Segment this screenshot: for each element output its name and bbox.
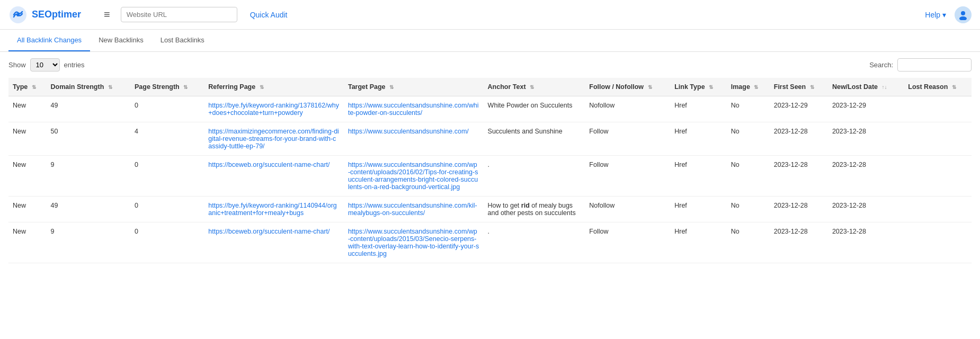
cell-referring-page-link[interactable]: https://bceweb.org/succulent-name-chart/: [208, 228, 329, 235]
cell-referring-page: https://maximizingecommerce.com/finding-…: [204, 122, 344, 156]
cell-domain-strength: 49: [47, 96, 130, 122]
logo-area: SEOptimer: [8, 5, 93, 24]
cell-lost-reason: [904, 197, 972, 222]
cell-follow: Follow: [585, 156, 670, 197]
user-icon: [958, 10, 968, 20]
cell-type: New: [8, 197, 47, 222]
cell-target-page: https://www.succulentsandsunshine.com/wp…: [344, 156, 484, 197]
url-input[interactable]: [121, 7, 237, 22]
col-header-domain-strength[interactable]: Domain Strength ⇅: [47, 78, 130, 96]
cell-link-type: Href: [670, 222, 727, 263]
cell-type: New: [8, 96, 47, 122]
cell-page-strength: 0: [130, 222, 204, 263]
help-button[interactable]: Help ▾: [925, 11, 946, 19]
backlinks-table-container: Type ⇅ Domain Strength ⇅ Page Strength ⇅…: [0, 78, 980, 263]
cell-target-page: https://www.succulentsandsunshine.com/: [344, 122, 484, 156]
cell-link-type: Href: [670, 122, 727, 156]
quick-audit-button[interactable]: Quick Audit: [244, 7, 294, 22]
cell-target-page-link[interactable]: https://www.succulentsandsunshine.com/wh…: [348, 102, 479, 117]
cell-image: No: [727, 222, 770, 263]
col-header-link-type[interactable]: Link Type ⇅: [670, 78, 727, 96]
col-header-image[interactable]: Image ⇅: [727, 78, 770, 96]
cell-follow: Follow: [585, 122, 670, 156]
cell-page-strength: 4: [130, 122, 204, 156]
cell-new-lost-date: 2023-12-28: [828, 197, 904, 222]
cell-target-page: https://www.succulentsandsunshine.com/wp…: [344, 222, 484, 263]
tabs-bar: All Backlink Changes New Backlinks Lost …: [0, 30, 980, 52]
search-label: Search:: [869, 61, 893, 69]
hamburger-icon[interactable]: ≡: [100, 6, 114, 23]
cell-referring-page: https://bceweb.org/succulent-name-chart/: [204, 222, 344, 263]
logo-icon: [8, 5, 28, 24]
tab-new-backlinks[interactable]: New Backlinks: [90, 30, 152, 51]
col-header-page-strength[interactable]: Page Strength ⇅: [130, 78, 204, 96]
cell-image: No: [727, 96, 770, 122]
cell-domain-strength: 49: [47, 197, 130, 222]
cell-referring-page-link[interactable]: https://bceweb.org/succulent-name-chart/: [208, 161, 329, 168]
cell-first-seen: 2023-12-28: [770, 197, 828, 222]
cell-follow: Follow: [585, 222, 670, 263]
show-label: Show: [8, 61, 26, 69]
cell-new-lost-date: 2023-12-28: [828, 156, 904, 197]
table-row: New90https://bceweb.org/succulent-name-c…: [8, 156, 972, 197]
cell-first-seen: 2023-12-28: [770, 122, 828, 156]
cell-target-page-link[interactable]: https://www.succulentsandsunshine.com/wp…: [348, 161, 478, 191]
tab-lost-backlinks[interactable]: Lost Backlinks: [152, 30, 213, 51]
cell-link-type: Href: [670, 156, 727, 197]
col-header-target-page[interactable]: Target Page ⇅: [344, 78, 484, 96]
cell-referring-page-link[interactable]: https://bye.fyi/keyword-ranking/1140944/…: [208, 202, 337, 217]
cell-page-strength: 0: [130, 197, 204, 222]
cell-image: No: [727, 197, 770, 222]
cell-lost-reason: [904, 96, 972, 122]
col-header-type[interactable]: Type ⇅: [8, 78, 47, 96]
table-row: New504https://maximizingecommerce.com/fi…: [8, 122, 972, 156]
table-row: New490https://bye.fyi/keyword-ranking/11…: [8, 197, 972, 222]
cell-type: New: [8, 122, 47, 156]
show-entries-control: Show 10 25 50 100 entries: [8, 58, 85, 72]
col-header-referring-page[interactable]: Referring Page ⇅: [204, 78, 344, 96]
col-header-first-seen[interactable]: First Seen ⇅: [770, 78, 828, 96]
cell-target-page-link[interactable]: https://www.succulentsandsunshine.com/ki…: [348, 202, 477, 217]
col-header-anchor-text[interactable]: Anchor Text ⇅: [484, 78, 585, 96]
cell-target-page-link[interactable]: https://www.succulentsandsunshine.com/: [348, 128, 469, 135]
cell-follow: Nofollow: [585, 96, 670, 122]
cell-referring-page: https://bye.fyi/keyword-ranking/1378162/…: [204, 96, 344, 122]
cell-referring-page: https://bceweb.org/succulent-name-chart/: [204, 156, 344, 197]
col-header-follow[interactable]: Follow / Nofollow ⇅: [585, 78, 670, 96]
cell-referring-page: https://bye.fyi/keyword-ranking/1140944/…: [204, 197, 344, 222]
header-right: Help ▾: [925, 6, 972, 23]
cell-target-page: https://www.succulentsandsunshine.com/wh…: [344, 96, 484, 122]
search-area: Search:: [869, 58, 972, 72]
cell-domain-strength: 9: [47, 222, 130, 263]
cell-anchor-text: .: [484, 222, 585, 263]
table-header-row: Type ⇅ Domain Strength ⇅ Page Strength ⇅…: [8, 78, 972, 96]
cell-page-strength: 0: [130, 96, 204, 122]
cell-target-page: https://www.succulentsandsunshine.com/ki…: [344, 197, 484, 222]
cell-lost-reason: [904, 122, 972, 156]
svg-point-1: [16, 13, 20, 16]
cell-referring-page-link[interactable]: https://bye.fyi/keyword-ranking/1378162/…: [208, 102, 339, 117]
cell-new-lost-date: 2023-12-28: [828, 222, 904, 263]
entries-select[interactable]: 10 25 50 100: [30, 58, 60, 72]
cell-link-type: Href: [670, 197, 727, 222]
cell-domain-strength: 50: [47, 122, 130, 156]
entries-label: entries: [64, 61, 85, 69]
cell-anchor-text: How to get rid of mealy bugs and other p…: [484, 197, 585, 222]
search-input[interactable]: [897, 58, 972, 72]
table-row: New90https://bceweb.org/succulent-name-c…: [8, 222, 972, 263]
cell-target-page-link[interactable]: https://www.succulentsandsunshine.com/wp…: [348, 228, 479, 257]
tab-all-backlink-changes[interactable]: All Backlink Changes: [8, 30, 90, 51]
cell-image: No: [727, 156, 770, 197]
cell-page-strength: 0: [130, 156, 204, 197]
cell-image: No: [727, 122, 770, 156]
cell-new-lost-date: 2023-12-29: [828, 96, 904, 122]
cell-referring-page-link[interactable]: https://maximizingecommerce.com/finding-…: [208, 128, 339, 150]
cell-first-seen: 2023-12-29: [770, 96, 828, 122]
table-controls: Show 10 25 50 100 entries Search:: [0, 52, 980, 78]
svg-point-3: [959, 16, 967, 20]
col-header-lost-reason[interactable]: Lost Reason ⇅: [904, 78, 972, 96]
col-header-new-lost-date[interactable]: New/Lost Date ↑↓: [828, 78, 904, 96]
cell-type: New: [8, 222, 47, 263]
svg-point-2: [961, 11, 965, 15]
user-avatar[interactable]: [955, 6, 972, 23]
